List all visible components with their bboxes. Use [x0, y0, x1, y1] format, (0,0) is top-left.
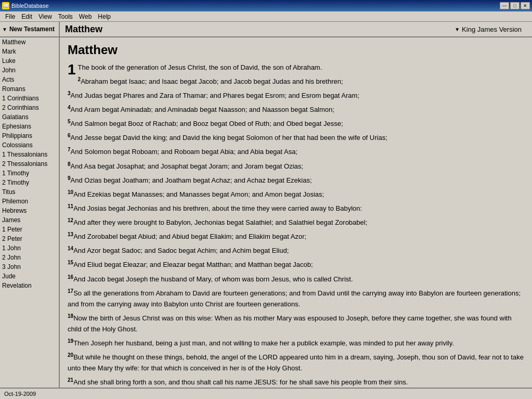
- maximize-button[interactable]: □: [510, 2, 520, 9]
- sidebar-item[interactable]: Romans: [0, 84, 59, 94]
- version-label: King James Version: [462, 25, 522, 33]
- verse-number: 6: [68, 133, 71, 138]
- sidebar-item[interactable]: Mark: [0, 47, 59, 56]
- minimize-button[interactable]: —: [500, 2, 509, 9]
- menubar: File Edit View Tools Web Help: [0, 11, 532, 22]
- verse-line: 2Abraham begat Isaac; and Isaac begat Ja…: [68, 75, 524, 87]
- statusbar: Oct-19-2009: [0, 388, 532, 399]
- testament-selector[interactable]: ▼ New Testament: [0, 22, 60, 36]
- verse-number: 18: [68, 313, 73, 319]
- verse-number: 16: [68, 274, 73, 280]
- sidebar-item[interactable]: Philemon: [0, 197, 59, 206]
- sidebar-item[interactable]: 2 Thessalonians: [0, 159, 59, 169]
- sidebar-item[interactable]: 1 John: [0, 243, 59, 253]
- menu-edit[interactable]: Edit: [18, 12, 35, 21]
- verse-line: 5And Salmon begat Booz of Rachab; and Bo…: [68, 118, 524, 130]
- sidebar-item[interactable]: Ephesians: [0, 122, 59, 131]
- verse-line: 9And Ozias begat Joatham; and Joatham be…: [68, 174, 524, 186]
- verse-line: 10And Ezekias begat Manasses; and Manass…: [68, 188, 524, 200]
- verse-number-large: 1: [68, 62, 76, 77]
- verse-line: 21And she shall bring forth a son, and t…: [68, 376, 524, 388]
- verse-number: 20: [68, 352, 73, 358]
- sidebar-item[interactable]: 2 Peter: [0, 234, 59, 243]
- sidebar-item[interactable]: Jude: [0, 272, 59, 281]
- verse-number: 8: [68, 161, 71, 167]
- sidebar-item[interactable]: 1 Thessalonians: [0, 150, 59, 159]
- sidebar[interactable]: MatthewMarkLukeJohnActsRomans1 Corinthia…: [0, 37, 60, 388]
- verse-number: 7: [68, 147, 71, 152]
- menu-view[interactable]: View: [35, 12, 55, 21]
- app-icon: 📖: [2, 2, 9, 9]
- verse-number: 2: [78, 76, 81, 82]
- titlebar: 📖 BibleDatabase — □ ✕: [0, 0, 532, 11]
- verse-line: 8And Asa begat Josaphat; and Josaphat be…: [68, 160, 524, 172]
- content-area[interactable]: Matthew 1The book of the generation of J…: [60, 37, 532, 388]
- verse-line: 15And Eliud begat Eleazar; and Eleazar b…: [68, 259, 524, 271]
- verse-line: 6And Jesse begat David the king; and Dav…: [68, 132, 524, 144]
- main-layout: MatthewMarkLukeJohnActsRomans1 Corinthia…: [0, 37, 532, 388]
- verse-line: 20But while he thought on these things, …: [68, 351, 524, 374]
- titlebar-left: 📖 BibleDatabase: [2, 2, 49, 9]
- verse-number: 4: [68, 105, 71, 110]
- verse-number: 15: [68, 260, 73, 265]
- verse-line: 3And Judas begat Phares and Zara of Tham…: [68, 89, 524, 101]
- verse-line: 16And Jacob begat Joseph the husband of …: [68, 273, 524, 285]
- verse-line: 7And Solomon begat Roboam; and Roboam be…: [68, 146, 524, 158]
- sidebar-item[interactable]: Hebrews: [0, 206, 59, 215]
- sidebar-item[interactable]: Colossians: [0, 140, 59, 150]
- verse-number: 13: [68, 231, 73, 237]
- sidebar-item[interactable]: 2 Timothy: [0, 178, 59, 187]
- sidebar-item[interactable]: Matthew: [0, 37, 59, 47]
- verse-number: 9: [68, 175, 71, 181]
- sidebar-item[interactable]: Acts: [0, 75, 59, 84]
- version-selector[interactable]: ▼ King James Version: [444, 25, 532, 33]
- verse-line: 11And Josias begat Jechonias and his bre…: [68, 202, 524, 214]
- verse-number: 19: [68, 338, 73, 344]
- verse-line: 13And Zorobabel begat Abiud; and Abiud b…: [68, 230, 524, 242]
- header-bar: ▼ New Testament Matthew ▼ King James Ver…: [0, 22, 532, 37]
- menu-help[interactable]: Help: [95, 12, 114, 21]
- sidebar-item[interactable]: 1 Corinthians: [0, 94, 59, 103]
- titlebar-buttons: — □ ✕: [500, 2, 530, 9]
- verse-number: 17: [68, 288, 73, 294]
- close-button[interactable]: ✕: [521, 2, 530, 9]
- sidebar-item[interactable]: Philippians: [0, 131, 59, 140]
- sidebar-item[interactable]: 3 John: [0, 262, 59, 272]
- sidebar-item[interactable]: 1 Timothy: [0, 169, 59, 178]
- menu-tools[interactable]: Tools: [55, 12, 76, 21]
- verse-line: 1The book of the generation of Jesus Chr…: [68, 62, 524, 73]
- sidebar-item[interactable]: Galatians: [0, 112, 59, 122]
- verse-container: 1The book of the generation of Jesus Chr…: [68, 62, 524, 388]
- sidebar-item[interactable]: Titus: [0, 187, 59, 197]
- status-date: Oct-19-2009: [4, 391, 36, 397]
- verse-number: 14: [68, 246, 73, 251]
- sidebar-item[interactable]: John: [0, 66, 59, 75]
- verse-number: 12: [68, 217, 73, 223]
- titlebar-title: BibleDatabase: [11, 3, 49, 9]
- sidebar-item[interactable]: 2 Corinthians: [0, 103, 59, 112]
- verse-line: 12And after they were brought to Babylon…: [68, 216, 524, 228]
- sidebar-item[interactable]: Luke: [0, 56, 59, 66]
- verse-number: 11: [68, 203, 73, 209]
- version-arrow-icon: ▼: [455, 27, 460, 32]
- content-chapter-title: Matthew: [68, 43, 524, 57]
- verse-number: 21: [68, 377, 73, 383]
- sidebar-item[interactable]: 1 Peter: [0, 225, 59, 234]
- menu-web[interactable]: Web: [76, 12, 95, 21]
- verse-number: 10: [68, 189, 73, 195]
- verse-line: 17So all the generations from Abraham to…: [68, 287, 524, 310]
- verse-line: 4And Aram begat Aminadab; and Aminadab b…: [68, 104, 524, 115]
- menu-file[interactable]: File: [2, 12, 18, 21]
- chapter-title: Matthew: [60, 24, 444, 35]
- verse-line: 19Then Joseph her husband, being a just …: [68, 337, 524, 349]
- verse-line: 14And Azor begat Sadoc; and Sadoc begat …: [68, 244, 524, 256]
- testament-arrow-icon: ▼: [2, 27, 7, 32]
- testament-label: New Testament: [9, 25, 55, 33]
- verse-line: 18Now the birth of Jesus Christ was on t…: [68, 312, 524, 335]
- sidebar-item[interactable]: James: [0, 215, 59, 225]
- verse-number: 3: [68, 91, 71, 96]
- sidebar-item[interactable]: 2 John: [0, 253, 59, 262]
- sidebar-item[interactable]: Revelation: [0, 281, 59, 290]
- verse-number: 5: [68, 119, 71, 124]
